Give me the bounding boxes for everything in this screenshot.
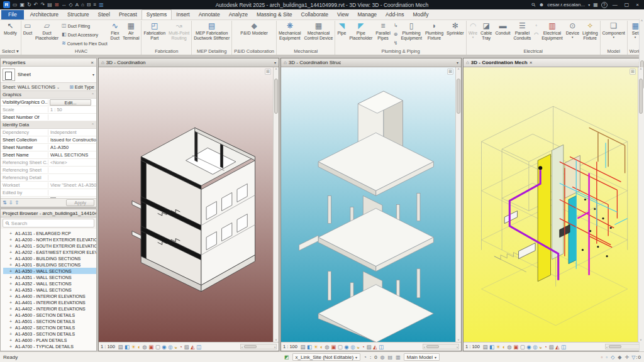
sort-descending-icon[interactable]: ⇧ [14,200,19,206]
worksharing-status-icon[interactable]: ◍ [380,354,385,360]
ribbon-tab[interactable]: Modify [408,10,433,19]
sheet-tree-item[interactable]: + A1-A503 - SECTION DETAILS [3,331,96,337]
edit-type-button[interactable]: ⊞ Edit Type [69,84,94,90]
ribbon-tab[interactable]: Architecture [26,10,63,19]
temporary-hide-isolate-icon[interactable]: ◎ [350,344,355,350]
worksharing-display-icon[interactable]: ◔ [362,344,365,350]
ribbon-button[interactable]: ◦ ▾ [533,23,540,29]
drag-on-selection-icon[interactable]: ✛ [625,354,629,360]
default-3d-view-icon[interactable]: ⌂ [81,2,84,8]
ribbon-tab[interactable]: Massing & Site [252,10,297,19]
expand-icon[interactable]: + [9,231,13,236]
ribbon-button[interactable]: ☰ Parallel Conduits ▾ [513,21,533,48]
expand-icon[interactable]: + [9,338,13,343]
expand-icon[interactable]: + [9,294,13,299]
sheet-tree-item[interactable]: + A1-A353 - WALL SECTIONS [3,287,96,293]
sort-default-icon[interactable]: ⇅ [3,200,7,206]
analytical-model-icon[interactable]: ◭ [191,344,195,350]
reveal-constraints-icon[interactable]: ◫ [196,344,201,350]
navigation-bar-icon[interactable]: ⊞ [447,69,453,75]
crop-view-icon[interactable]: ▣ [331,344,336,350]
select-pinned-icon[interactable]: ◇ [611,354,614,360]
ribbon-tab[interactable]: Systems [142,9,172,19]
ribbon-button[interactable]: ⊙ Device ▾ [565,21,580,48]
sheet-tree-item[interactable]: + A1-A401 - INTERIOR ELEVATIONS [3,299,96,305]
collapse-icon[interactable]: ⌃ [91,123,94,127]
view-titlebar[interactable]: ⌂ 3D - Coordination Struc × ▾ [281,58,461,67]
user-name[interactable]: cesar.r.escalan... [547,2,585,8]
ribbon-button[interactable]: ◰ Fabrication Part ▾ [142,21,167,48]
ribbon-button[interactable]: ◆ P&ID Modeler ▾ [233,21,275,48]
sheet-tree-item[interactable]: + A1-A201 - SOUTH EXTERIOR ELEVATION [3,243,96,249]
ribbon-button[interactable]: ⊕ ▾ [392,31,399,38]
ribbon-button[interactable]: ▱ Duct Placeholder ▾ [34,21,60,48]
expand-icon[interactable]: + [9,319,13,324]
sheet-tree-item[interactable]: + A1-A131 - ENLARGED RCP [3,230,96,236]
ribbon-button[interactable]: ∿ Flex Duct ▾ [109,21,121,48]
expand-icon[interactable]: + [9,269,13,273]
ribbon-button[interactable]: ◗ Plumbing Fixture ▾ [424,21,445,48]
view-scale[interactable]: 1 : 100 [465,344,480,349]
view-titlebar[interactable]: ⌂ 3D - Coordination Mech × ▾ [464,58,643,67]
lock-view-icon[interactable]: ◉ [344,344,348,350]
sheet-tree-item[interactable]: + A1-A400 - INTERIOR ELEVATIONS [3,293,96,299]
visual-style-icon[interactable]: ◧ [307,344,312,350]
ribbon-button[interactable]: ◥ Pipe ▾ [336,21,347,48]
home-icon[interactable]: ⌂ [101,60,104,65]
ribbon-button[interactable]: ↝ Multi-Point Routing ▾ [167,21,191,48]
sun-path-icon[interactable]: ☀ [131,344,136,350]
minimize-button[interactable]: — [611,2,619,8]
home-icon[interactable]: ⌂ [284,60,287,65]
select-by-face-icon[interactable]: ◆ [618,354,621,360]
search-input[interactable]: ⚲ Search [3,219,94,228]
sheet-tree-item[interactable]: + A1-A500 - SECTION DETAILS [3,312,96,318]
sheet-tree-item[interactable]: + A1-A351 - WALL SECTIONS [3,274,96,280]
type-selector[interactable]: Sheet ▾ [1,67,96,83]
ribbon-button[interactable]: ▦ Air Terminal ▾ [121,21,140,48]
ribbon-button[interactable]: ↳ ▾ [392,23,399,29]
reveal-constraints-icon[interactable]: ◫ [379,344,384,350]
sheet-tree-item[interactable]: + A1-A301 - BUILDING SECTIONS [3,261,96,268]
horizontal-scrollbar[interactable]: ‹› [423,344,459,349]
ribbon-button[interactable]: ▤ MEP Fabrication Ductwork Stiffener ▾ [192,21,231,48]
ribbon-tab[interactable]: View [333,10,353,19]
navigation-bar-icon[interactable]: ⊞ [265,69,271,75]
view-scale[interactable]: 1 : 100 [101,344,115,349]
ribbon-tab[interactable]: Insert [172,10,194,19]
reveal-constraints-icon[interactable]: ◫ [561,344,566,350]
ui-toggle-icon[interactable]: ▥ [99,2,104,8]
ribbon-button[interactable]: ❋ Mechanical Equipment ▾ [277,21,302,48]
home-icon[interactable]: ⌂ [466,60,469,65]
horizontal-scrollbar[interactable]: ‹› [240,344,277,349]
ribbon-button[interactable]: ◠ Wire ▾ [467,21,479,48]
sheet-tree-item[interactable]: + A1-A502 - SECTION DETAILS [3,324,96,331]
temporary-hide-isolate-icon[interactable]: ◎ [168,344,172,350]
reveal-hidden-icon[interactable]: ◒ [539,344,542,350]
section-icon[interactable]: ⊟ [87,2,91,8]
expand-icon[interactable]: + [9,282,13,286]
visual-style-icon[interactable]: ◧ [125,344,130,350]
expand-icon[interactable]: + [9,250,13,255]
active-design-option-icon[interactable]: ▥ [396,354,401,360]
ribbon-button[interactable]: ◧ Duct Accessory ▾ [60,31,109,38]
temporary-view-properties-icon[interactable]: ▧ [548,344,553,350]
sort-ascending-icon[interactable]: ⇩ [9,200,13,206]
ribbon-tab[interactable]: Structure [63,10,94,19]
text-icon[interactable]: A [75,2,79,8]
vertical-scrollbar[interactable]: ˄˅ [638,67,643,342]
chevron-down-icon[interactable]: ▾ [92,72,94,77]
close-icon[interactable]: × [90,60,94,65]
search-icon[interactable]: ⚲ [530,1,537,8]
analytical-model-icon[interactable]: ◭ [555,344,560,350]
thin-lines-icon[interactable]: ≡ [94,2,97,8]
design-option-selector[interactable]: Main Model ▾ [404,353,440,361]
redo-icon[interactable]: ↷ [41,2,45,8]
show-crop-icon[interactable]: ▢ [520,344,525,350]
help-icon[interactable]: ? [601,2,608,8]
ribbon-button[interactable]: ▥ Electrical Equipment ▾ [540,21,564,48]
close-view-icon[interactable]: × [530,60,533,65]
ribbon-button[interactable]: ◠ ▾ [533,31,540,38]
expand-icon[interactable]: + [9,288,13,292]
worksharing-display-icon[interactable]: ◔ [179,344,182,350]
rendering-dialog-icon[interactable]: ◍ [325,344,329,350]
